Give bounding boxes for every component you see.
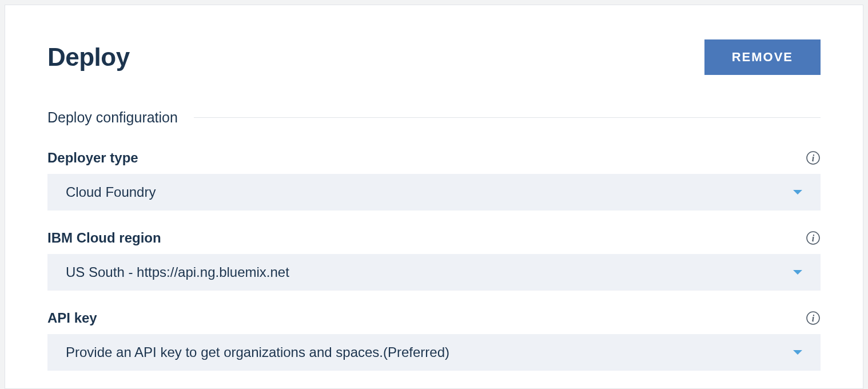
caret-down-icon <box>793 350 802 355</box>
section-heading: Deploy configuration <box>47 109 178 126</box>
api-key-label: API key <box>47 310 97 326</box>
caret-down-icon <box>793 270 802 275</box>
remove-button[interactable]: REMOVE <box>704 39 821 75</box>
page-title: Deploy <box>47 43 130 72</box>
caret-down-icon <box>793 190 802 194</box>
region-select[interactable]: US South - https://api.ng.bluemix.net <box>47 254 821 291</box>
svg-text:i: i <box>812 233 815 243</box>
info-icon[interactable]: i <box>806 231 821 245</box>
svg-text:i: i <box>812 313 815 323</box>
section-divider <box>194 117 821 118</box>
deploy-panel: Deploy REMOVE Deploy configuration Deplo… <box>5 5 863 389</box>
region-value: US South - https://api.ng.bluemix.net <box>66 264 289 280</box>
region-label: IBM Cloud region <box>47 230 161 246</box>
info-icon[interactable]: i <box>806 311 821 326</box>
api-key-select[interactable]: Provide an API key to get organizations … <box>47 334 821 371</box>
deployer-type-value: Cloud Foundry <box>66 184 156 200</box>
deployer-type-select[interactable]: Cloud Foundry <box>47 174 821 211</box>
info-icon[interactable]: i <box>806 150 821 165</box>
deployer-type-label: Deployer type <box>47 150 138 166</box>
api-key-value: Provide an API key to get organizations … <box>66 344 449 360</box>
svg-text:i: i <box>812 153 815 163</box>
